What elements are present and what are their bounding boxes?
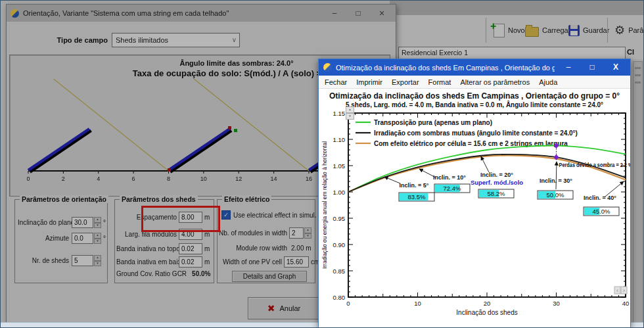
pv-cell-width-input[interactable]: 15.60 bbox=[284, 256, 309, 268]
project-row: Residencial Exercio 1 Cl bbox=[390, 45, 644, 59]
chart-menubar: Fechar Imprimir Exportar Format Alterar … bbox=[319, 76, 630, 89]
new-button-label: Novo bbox=[508, 26, 525, 34]
chart-window-app-icon bbox=[323, 63, 332, 72]
scroll-button[interactable]: › bbox=[621, 287, 627, 294]
top-inactive-band-unit: m bbox=[204, 245, 210, 252]
plane-tilt-stepper[interactable] bbox=[94, 217, 101, 228]
screen: + Novo Carregar Guardar Parâ Residencial… bbox=[0, 0, 644, 328]
svg-text:14: 14 bbox=[271, 176, 277, 182]
svg-text:20: 20 bbox=[484, 300, 491, 307]
svg-text:Inclinação dos sheds: Inclinação dos sheds bbox=[456, 309, 517, 316]
svg-text:0.95: 0.95 bbox=[333, 215, 346, 222]
cancel-button[interactable]: Anular bbox=[248, 297, 320, 319]
spinner-down-icon[interactable] bbox=[94, 261, 101, 267]
svg-text:50.0%: 50.0% bbox=[547, 191, 564, 199]
svg-text:Inclin. = 40°: Inclin. = 40° bbox=[584, 195, 616, 201]
num-sheds-input[interactable]: 5 bbox=[72, 255, 93, 266]
minimize-icon[interactable] bbox=[559, 59, 578, 76]
spinner-up-icon[interactable] bbox=[94, 233, 101, 239]
svg-text:0.80: 0.80 bbox=[333, 294, 346, 301]
shed-top-marker bbox=[234, 129, 237, 132]
plane-tilt-input[interactable]: 30.0 bbox=[72, 217, 93, 228]
dialog-title: Orientação, Variante "Sistema com uma st… bbox=[23, 9, 321, 17]
electrical-effect-checkbox[interactable] bbox=[221, 210, 231, 220]
menu-imprimir[interactable]: Imprimir bbox=[356, 78, 382, 86]
pv-cell-width-label: Width of one PV cell bbox=[219, 258, 282, 266]
dialog-titlebar: Orientação, Variante "Sistema com uma st… bbox=[7, 5, 396, 22]
gcr-label: Ground Cov. Ratio GCR bbox=[116, 270, 187, 277]
num-sheds-label: Nr. de sheds bbox=[18, 257, 69, 264]
close-icon[interactable] bbox=[606, 59, 626, 76]
close-icon[interactable] bbox=[372, 6, 392, 20]
spinner-up-icon[interactable] bbox=[94, 255, 101, 261]
load-button[interactable]: Carregar bbox=[525, 20, 570, 40]
folder-icon bbox=[525, 27, 539, 37]
shed-params-title: Parâmetros dos sheds bbox=[120, 195, 198, 203]
spinner-down-icon[interactable] bbox=[94, 223, 101, 229]
menu-alterar-parametros[interactable]: Alterar os parâmetros bbox=[460, 78, 530, 86]
svg-text:8: 8 bbox=[167, 176, 170, 182]
minimize-icon[interactable] bbox=[325, 6, 344, 20]
module-row-width-label: Module row width bbox=[219, 245, 287, 252]
modules-in-width-stepper[interactable] bbox=[304, 227, 311, 239]
shed-module-row bbox=[169, 129, 230, 170]
new-button[interactable]: + Novo bbox=[494, 20, 525, 40]
svg-text:12: 12 bbox=[235, 176, 242, 182]
y-axis-scale-stepper[interactable] bbox=[346, 106, 354, 120]
electrical-effect-title: Efeito elétrico bbox=[222, 195, 271, 203]
spinner-down-icon[interactable] bbox=[304, 233, 311, 239]
azimuth-unit: ° bbox=[103, 235, 106, 242]
menu-exportar[interactable]: Exportar bbox=[392, 78, 419, 86]
bottom-inactive-band-unit: m bbox=[204, 258, 210, 266]
details-graph-button[interactable]: Details and Graph bbox=[232, 271, 307, 282]
new-document-icon: + bbox=[494, 24, 505, 37]
svg-text:0.85: 0.85 bbox=[333, 268, 346, 275]
shed-module-row bbox=[28, 129, 89, 170]
parameters-button[interactable]: Parâ bbox=[614, 20, 643, 40]
scroll-button[interactable]: ‹ bbox=[614, 287, 620, 294]
spinner-up-icon[interactable] bbox=[346, 106, 354, 113]
svg-text:Inclin. = 20°: Inclin. = 20° bbox=[480, 172, 513, 178]
bottom-inactive-band-input[interactable]: 0.02 bbox=[179, 256, 202, 268]
cancel-button-label: Anular bbox=[279, 304, 300, 312]
background-scrollbar[interactable] bbox=[633, 61, 643, 323]
pitch-highlight-box bbox=[141, 206, 220, 232]
spinner-down-icon[interactable] bbox=[94, 239, 101, 245]
electrical-effect-checkbox-label: Use electrical effect in simul. bbox=[233, 212, 317, 219]
svg-text:1.05: 1.05 bbox=[333, 162, 346, 170]
svg-text:72.4%: 72.4% bbox=[444, 185, 461, 192]
project-name-input[interactable]: Residencial Exercio 1 bbox=[398, 47, 626, 59]
modules-in-width-input[interactable]: 2 bbox=[289, 227, 304, 239]
maximize-icon[interactable] bbox=[582, 59, 602, 76]
electrical-effect-group: Efeito elétrico Use electrical effect in… bbox=[217, 199, 315, 283]
field-type-select[interactable]: Sheds ilimitados bbox=[112, 33, 240, 47]
svg-text:30: 30 bbox=[553, 300, 560, 307]
main-toolbar: + Novo Carregar Guardar Parâ bbox=[390, 15, 644, 45]
spinner-up-icon[interactable] bbox=[304, 227, 311, 233]
shadow-limit-line bbox=[194, 79, 309, 171]
top-inactive-band-label: Banda inativa no topo bbox=[116, 245, 177, 252]
svg-text:0: 0 bbox=[26, 176, 30, 182]
svg-text:40: 40 bbox=[622, 300, 630, 307]
save-button[interactable]: Guardar bbox=[568, 20, 609, 40]
svg-text:1.00: 1.00 bbox=[333, 189, 346, 196]
chart-window-title: Otimização da inclinação dos sheds Em Ca… bbox=[336, 64, 555, 72]
save-button-label: Guardar bbox=[583, 26, 609, 34]
background-window-top bbox=[390, 1, 644, 16]
top-inactive-band-input[interactable]: 0.02 bbox=[179, 243, 202, 254]
spinner-up-icon[interactable] bbox=[94, 217, 101, 223]
azimuth-input[interactable]: 0.0 bbox=[72, 233, 93, 244]
menu-format[interactable]: Format bbox=[428, 78, 451, 86]
azimuth-label: Azimute bbox=[18, 235, 69, 242]
azimuth-stepper[interactable] bbox=[94, 233, 101, 244]
chart-subtitle: 5 sheds, Larg. mód. = 4.0 m, Banda inati… bbox=[319, 101, 630, 108]
maximize-icon[interactable] bbox=[348, 6, 368, 20]
spinner-down-icon[interactable] bbox=[346, 113, 354, 120]
menu-fechar[interactable]: Fechar bbox=[325, 78, 347, 86]
toolbar-separator bbox=[486, 18, 486, 43]
floppy-disk-icon bbox=[568, 25, 580, 36]
svg-text:Irradiação com sombras mutuas: Irradiação com sombras mutuas (ângulo li… bbox=[374, 129, 578, 137]
svg-text:Transposição pura (apenas um p: Transposição pura (apenas um plano) bbox=[374, 119, 492, 126]
num-sheds-stepper[interactable] bbox=[94, 255, 101, 266]
menu-ajuda[interactable]: Ajuda bbox=[539, 78, 557, 86]
